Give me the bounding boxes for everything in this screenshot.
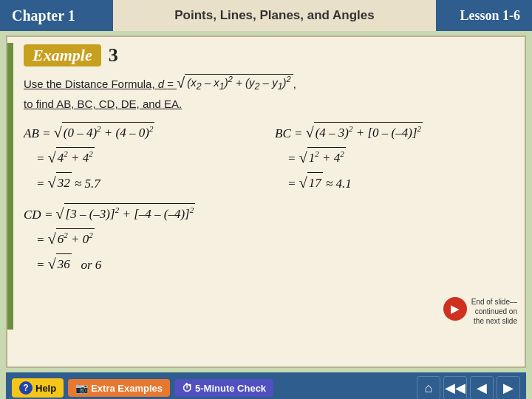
- cd-line2: = √62 + 02: [24, 227, 511, 250]
- bc-line2: = √12 + 42: [275, 146, 511, 169]
- help-button[interactable]: ? Help: [12, 378, 64, 398]
- nav-buttons: ⌂ ◀◀ ◀ ▶: [417, 376, 520, 399]
- bc-column: BC = √(4 – 3)2 + [0 – (–4)]2 = √12 + 42 …: [275, 120, 511, 194]
- instruction-line2: to find AB, BC, CD, DE, and EA.: [24, 98, 511, 110]
- extra-examples-button[interactable]: 📷 Extra Examples: [68, 379, 170, 397]
- bc-line3: = √17 ≈ 4.1: [275, 171, 511, 194]
- example-badge: Example 3: [24, 44, 118, 66]
- left-accent-bar: [7, 43, 13, 330]
- cd-line3: = √36 or 6: [24, 252, 511, 276]
- chapter-label: Chapter 1: [0, 0, 113, 31]
- cd-line1: CD = √[3 – (–3)]2 + [–4 – (–4)]2: [24, 202, 511, 225]
- clock-icon: ⏱: [182, 382, 192, 394]
- bottom-left-buttons: ? Help 📷 Extra Examples ⏱ 5-Minute Check: [12, 378, 273, 398]
- end-slide: ▶ End of slide— continued on the next sl…: [443, 297, 517, 326]
- home-button[interactable]: ⌂: [417, 376, 440, 399]
- bc-line1: BC = √(4 – 3)2 + [0 – (–4)]2: [275, 120, 511, 144]
- lesson-label: Lesson 1-6: [436, 0, 532, 31]
- ab-line1: AB = √(0 – 4)2 + (4 – 0)2: [24, 120, 260, 144]
- page-title: Points, Lines, Planes, and Angles: [113, 0, 436, 31]
- example-label: Example: [24, 44, 101, 66]
- end-slide-icon: ▶: [443, 297, 467, 321]
- cd-section: CD = √[3 – (–3)]2 + [–4 – (–4)]2 = √62 +…: [24, 202, 511, 276]
- question-icon: ?: [19, 381, 33, 395]
- five-minute-check-button[interactable]: ⏱ 5-Minute Check: [174, 379, 273, 397]
- extra-icon: 📷: [75, 382, 88, 394]
- forward-button[interactable]: ▶: [497, 376, 520, 399]
- end-slide-text: End of slide— continued on the next slid…: [471, 297, 517, 326]
- top-bar: Chapter 1 Points, Lines, Planes, and Ang…: [0, 0, 532, 31]
- ab-line2: = √42 + 42: [24, 146, 260, 169]
- example-number: 3: [109, 44, 118, 66]
- ab-column: AB = √(0 – 4)2 + (4 – 0)2 = √42 + 42 = √…: [24, 120, 260, 194]
- bottom-bar: ? Help 📷 Extra Examples ⏱ 5-Minute Check…: [6, 372, 526, 399]
- prev-button[interactable]: ◀◀: [443, 376, 467, 399]
- instruction-line1: Use the Distance Formula, d = √(x2 – x1)…: [24, 74, 511, 92]
- back-button[interactable]: ◀: [470, 376, 494, 399]
- ab-line3: = √32 ≈ 5.7: [24, 171, 260, 194]
